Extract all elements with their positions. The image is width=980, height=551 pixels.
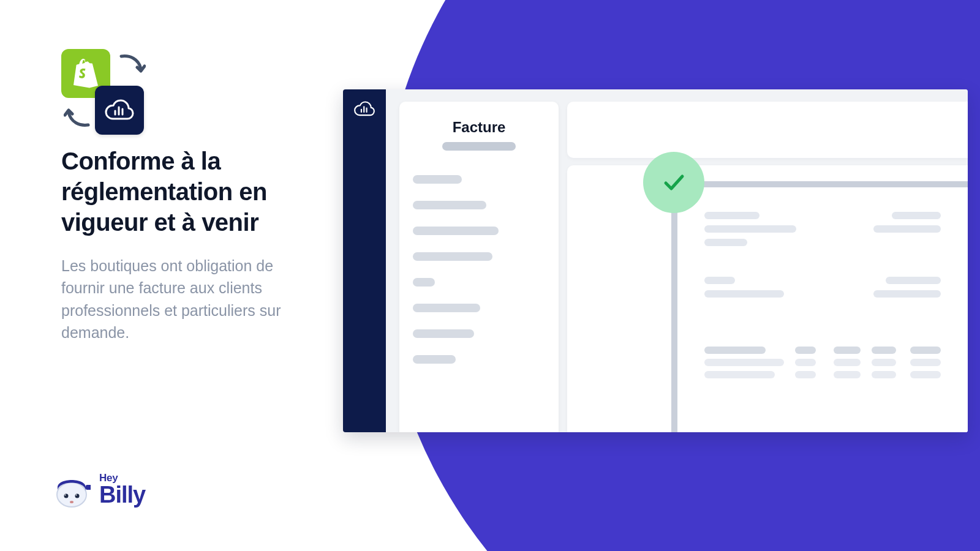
placeholder-line: [413, 227, 499, 235]
subtext: Les boutiques ont obligation de fournir …: [61, 255, 294, 343]
doc-mid-columns: [704, 277, 941, 304]
brand-billy: Billy: [99, 483, 145, 506]
table-col: [910, 347, 941, 378]
placeholder-line: [413, 252, 492, 261]
table-header-cell: [834, 347, 861, 354]
placeholder-line: [873, 225, 941, 233]
sync-arrow-icon: [64, 105, 92, 129]
app-mockup: Facture: [343, 89, 968, 432]
table-cell: [704, 359, 784, 366]
placeholder-line: [704, 277, 735, 284]
mockup-content: Facture: [386, 89, 968, 432]
table-col: [704, 347, 784, 378]
svg-point-5: [76, 495, 77, 496]
mockup-card-right-header: [567, 102, 968, 158]
svg-point-2: [64, 494, 69, 498]
table-header-cell: [910, 347, 941, 354]
placeholder-line: [704, 225, 796, 233]
table-header-cell: [795, 347, 816, 354]
placeholder-line: [886, 277, 941, 284]
sync-arrow-icon: [118, 53, 146, 76]
heybilly-wordmark: Hey Billy: [99, 473, 145, 506]
left-column: Conforme à la réglementation en vigueur …: [61, 49, 294, 343]
placeholder-line: [442, 142, 516, 151]
cloud-chart-icon: [353, 100, 375, 118]
table-cell: [834, 359, 861, 366]
table-header-cell: [872, 347, 896, 354]
billy-cloud-icon: [95, 86, 144, 135]
table-cell: [834, 371, 861, 378]
table-cell: [872, 371, 896, 378]
mockup-sidebar: [343, 89, 386, 432]
svg-point-4: [65, 495, 66, 496]
table-col: [795, 347, 823, 378]
placeholder-line: [413, 201, 486, 209]
doc-header-columns: [704, 212, 941, 252]
integration-icons: [61, 49, 153, 135]
mockup-card-right: [567, 102, 968, 432]
doc-table: [704, 347, 941, 378]
placeholder-line: [413, 278, 435, 287]
shopify-bag-icon: [72, 58, 99, 89]
table-cell: [910, 359, 941, 366]
check-icon: [660, 168, 688, 197]
svg-point-6: [70, 501, 74, 503]
table-cell: [872, 359, 896, 366]
brand-hey: Hey: [99, 473, 145, 483]
doc-col-right: [855, 277, 941, 304]
doc-col-left: [704, 277, 806, 304]
svg-rect-1: [86, 485, 91, 490]
headline: Conforme à la réglementation en vigueur …: [61, 146, 294, 238]
marketing-slide: Conforme à la réglementation en vigueur …: [0, 0, 980, 551]
placeholder-line: [413, 355, 456, 364]
table-col: [834, 347, 861, 378]
table-col: [872, 347, 899, 378]
placeholder-line: [704, 239, 747, 246]
placeholder-line: [413, 175, 462, 184]
svg-point-3: [75, 494, 80, 498]
mockup-card-title: Facture: [413, 119, 545, 136]
invoice-document: [671, 181, 968, 432]
table-cell: [910, 371, 941, 378]
table-header-cell: [704, 347, 766, 354]
success-badge: [643, 152, 704, 213]
table-cell: [704, 371, 775, 378]
placeholder-line: [873, 290, 941, 298]
heybilly-logo: Hey Billy: [53, 470, 145, 508]
mockup-card-right-body: [567, 165, 968, 432]
placeholder-line: [704, 290, 784, 298]
doc-col-left: [704, 212, 806, 252]
doc-col-right: [855, 212, 941, 252]
placeholder-line: [413, 329, 474, 338]
heybilly-face-icon: [53, 470, 91, 508]
placeholder-line: [413, 304, 480, 312]
table-cell: [795, 359, 816, 366]
placeholder-line: [704, 212, 760, 219]
placeholder-line: [892, 212, 941, 219]
cloud-chart-icon: [104, 99, 135, 122]
placeholder-group: [413, 175, 545, 364]
table-cell: [795, 371, 816, 378]
mockup-card-left: Facture: [399, 102, 559, 432]
